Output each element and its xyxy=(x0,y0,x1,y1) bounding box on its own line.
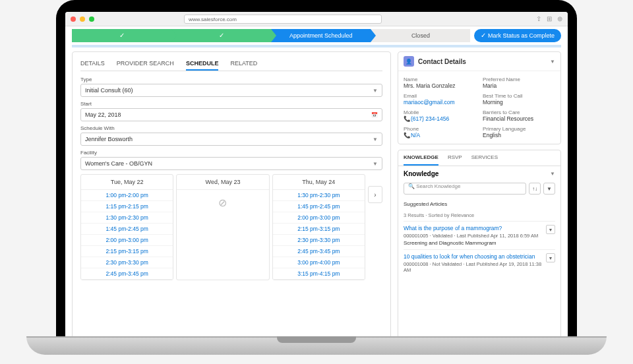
filter-button[interactable]: ▼ xyxy=(543,183,555,195)
path-step-4[interactable]: Closed xyxy=(371,29,470,42)
chevron-down-icon[interactable]: ▼ xyxy=(550,59,555,65)
contact-title: Contact Details xyxy=(418,58,466,65)
suggested-label: Suggested Articles xyxy=(398,198,560,210)
ktab-services[interactable]: SERVICES xyxy=(471,150,498,166)
tab-provider-search[interactable]: PROVIDER SEARCH xyxy=(117,57,174,71)
barrier-label: Barriers to Care xyxy=(483,109,555,115)
knowledge-header: Knowledge xyxy=(404,170,438,177)
email-label: Email xyxy=(404,93,476,99)
time-slot[interactable]: 2:30 pm-3:30 pm xyxy=(273,235,365,246)
phone-link[interactable]: 📞N/A xyxy=(404,132,476,138)
day-header: Tue, May 22 xyxy=(81,175,173,190)
main-panel: DETAILS PROVIDER SEARCH SCHEDULE RELATED… xyxy=(72,51,391,339)
ktab-knowledge[interactable]: KNOWLEDGE xyxy=(404,150,438,166)
time-slot[interactable]: 2:30 pm-3:30 pm xyxy=(81,257,173,268)
time-slot[interactable]: 1:45 pm-2:45 pm xyxy=(273,201,365,212)
share-icon[interactable]: ⇪ xyxy=(536,15,541,22)
article-link[interactable]: What is the purpose of a mammogram? xyxy=(404,225,555,231)
tabs-icon[interactable]: ⊞ xyxy=(547,15,552,22)
chevron-down-icon: ▼ xyxy=(373,88,378,94)
time-slot[interactable]: 2:00 pm-3:00 pm xyxy=(273,212,365,224)
lang-value: English xyxy=(483,132,555,138)
best-label: Best Time to Call xyxy=(483,93,555,99)
record-tabs: DETAILS PROVIDER SEARCH SCHEDULE RELATED xyxy=(80,57,382,71)
more-icon[interactable]: ⊕ xyxy=(557,15,562,22)
next-day-button[interactable]: › xyxy=(368,186,382,203)
knowledge-panel: KNOWLEDGE RSVP SERVICES Knowledge▼ 🔍 Sea… xyxy=(398,150,561,339)
type-label: Type xyxy=(80,76,382,82)
path-step-1[interactable]: ✓ xyxy=(72,29,171,42)
status-path: ✓ ✓ Appointment Scheduled Closed ✓ Mark … xyxy=(65,26,568,45)
knowledge-item: ▼10 qualities to look for when choosing … xyxy=(404,249,555,276)
check-icon: ✓ xyxy=(219,32,224,39)
window-max-icon[interactable] xyxy=(89,16,94,22)
time-slot[interactable]: 2:15 pm-3:15 pm xyxy=(273,224,365,235)
schedule-with-select[interactable]: Jennifer Bosworth▼ xyxy=(80,133,382,146)
phone-label: Phone xyxy=(404,126,476,132)
schedule-grid: Tue, May 221:00 pm-2:00 pm1:15 pm-2:15 p… xyxy=(80,174,382,280)
schedule-column: Tue, May 221:00 pm-2:00 pm1:15 pm-2:15 p… xyxy=(80,174,173,280)
time-slot[interactable]: 2:00 pm-3:00 pm xyxy=(81,235,173,246)
pref-value: Maria xyxy=(483,82,555,89)
day-header: Wed, May 23 xyxy=(177,175,268,190)
sort-button[interactable]: ↑↓ xyxy=(529,183,541,195)
check-icon: ✓ xyxy=(481,32,486,39)
path-step-2[interactable]: ✓ xyxy=(171,29,271,42)
article-desc: Screening and Diagnostic Mammogram xyxy=(404,240,555,246)
tab-related[interactable]: RELATED xyxy=(230,57,257,71)
name-label: Name xyxy=(404,76,476,82)
chevron-down-icon: ▼ xyxy=(373,136,378,142)
start-date-input[interactable]: May 22, 2018📅 xyxy=(80,108,382,121)
time-slot[interactable]: 1:30 pm-2:30 pm xyxy=(81,212,173,224)
time-slot[interactable]: 1:15 pm-2:15 pm xyxy=(81,201,173,212)
schedule-column: Wed, May 23⊘ xyxy=(176,174,269,280)
path-step-3[interactable]: Appointment Scheduled xyxy=(271,29,371,42)
start-label: Start xyxy=(80,101,382,107)
article-link[interactable]: 10 qualities to look for when choosing a… xyxy=(404,253,555,260)
article-meta: 000001008 · Not Validated · Last Publish… xyxy=(404,261,555,273)
item-menu-button[interactable]: ▼ xyxy=(546,253,555,262)
knowledge-search-input[interactable]: 🔍 Search Knowledge xyxy=(404,183,526,195)
tab-schedule[interactable]: SCHEDULE xyxy=(186,57,219,71)
time-slot[interactable]: 1:30 pm-2:30 pm xyxy=(273,190,365,201)
facility-select[interactable]: Women's Care - OB/GYN▼ xyxy=(80,157,382,170)
time-slot[interactable]: 3:15 pm-4:15 pm xyxy=(273,268,365,280)
time-slot[interactable]: 1:00 pm-2:00 pm xyxy=(81,190,173,201)
schedule-with-label: Schedule With xyxy=(80,125,382,131)
check-icon: ✓ xyxy=(119,32,125,39)
no-slots-icon: ⊘ xyxy=(177,190,268,216)
contact-icon: 👤 xyxy=(404,56,414,67)
name-value: Mrs. Maria Gonzalez xyxy=(404,82,476,89)
tab-details[interactable]: DETAILS xyxy=(80,57,105,71)
lang-label: Primary Language xyxy=(483,126,555,132)
laptop-notch xyxy=(277,336,356,343)
window-close-icon[interactable] xyxy=(71,16,76,22)
email-link[interactable]: mariaoc@gmail.com xyxy=(404,99,476,106)
barrier-value: Financial Resources xyxy=(483,115,555,122)
time-slot[interactable]: 2:45 pm-3:45 pm xyxy=(273,246,365,257)
browser-chrome: www.salesforce.com ⇪⊞⊕ xyxy=(65,12,568,26)
facility-label: Facility xyxy=(80,150,382,156)
mobile-link[interactable]: 📞(617) 234-1456 xyxy=(404,115,476,122)
mark-complete-button[interactable]: ✓ Mark Status as Complete xyxy=(474,29,561,42)
item-menu-button[interactable]: ▼ xyxy=(546,225,555,234)
time-slot[interactable]: 3:00 pm-4:00 pm xyxy=(273,257,365,268)
time-slot[interactable]: 1:45 pm-2:45 pm xyxy=(81,224,173,235)
article-meta: 000001005 · Validated · Last Published A… xyxy=(404,233,555,239)
schedule-column: Thu, May 241:30 pm-2:30 pm1:45 pm-2:45 p… xyxy=(272,174,365,280)
type-select[interactable]: Initial Consult (60)▼ xyxy=(80,84,382,97)
url-bar[interactable]: www.salesforce.com xyxy=(184,15,382,24)
results-count: 3 Results · Sorted by Relevance xyxy=(398,210,560,221)
day-header: Thu, May 24 xyxy=(273,175,365,190)
calendar-icon: 📅 xyxy=(371,112,378,118)
chevron-down-icon[interactable]: ▼ xyxy=(550,171,555,177)
window-min-icon[interactable] xyxy=(80,16,85,22)
time-slot[interactable]: 2:45 pm-3:45 pm xyxy=(81,268,173,280)
mobile-label: Mobile xyxy=(404,109,476,115)
contact-card: 👤Contact Details▼ NameMrs. Maria Gonzale… xyxy=(398,51,561,144)
best-value: Morning xyxy=(483,99,555,106)
knowledge-item: ▼What is the purpose of a mammogram?0000… xyxy=(404,221,555,249)
time-slot[interactable]: 2:15 pm-3:15 pm xyxy=(81,246,173,257)
pref-label: Preferred Name xyxy=(483,76,555,82)
ktab-rsvp[interactable]: RSVP xyxy=(448,150,462,166)
